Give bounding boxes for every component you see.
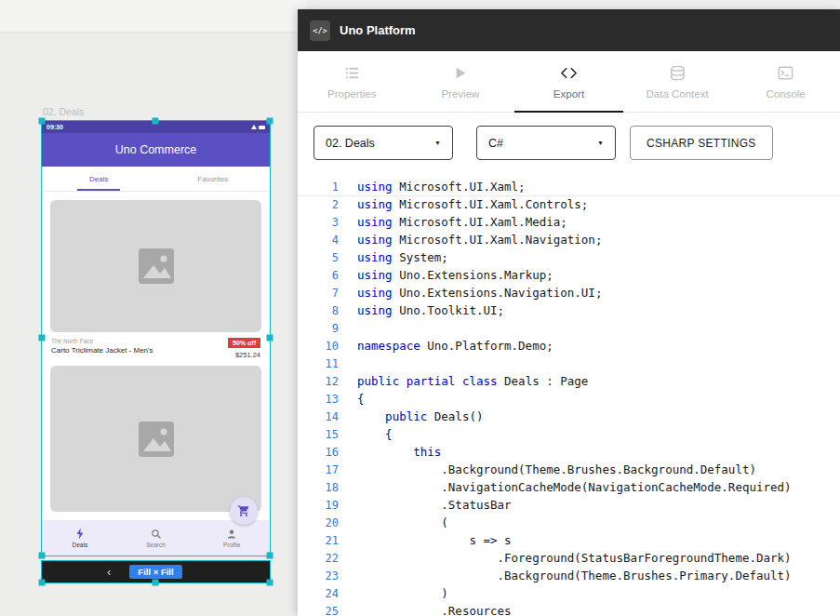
- line-number: 12: [298, 375, 357, 388]
- code-line: 16 this: [298, 443, 840, 461]
- wifi-icon: [251, 125, 257, 129]
- cart-icon: [237, 504, 250, 517]
- code-line: 22 .Foreground(StatusBarForegroundTheme.…: [298, 549, 840, 567]
- database-icon: [669, 64, 687, 82]
- page-dropdown[interactable]: 02. Deals ▼: [313, 126, 453, 160]
- selection-handle[interactable]: [39, 580, 46, 586]
- code-text: {: [357, 427, 393, 441]
- code-line: 24 ): [298, 584, 840, 602]
- line-number: 19: [298, 499, 357, 512]
- line-number: 13: [298, 393, 357, 406]
- code-line: 2using Microsoft.UI.Xaml.Controls;: [298, 195, 840, 213]
- panel-header: </> Uno Platform: [298, 9, 840, 51]
- language-dropdown[interactable]: C# ▼: [476, 126, 616, 160]
- tab-properties[interactable]: Properties: [298, 51, 407, 112]
- line-number: 1: [298, 181, 357, 194]
- code-line: 25 .Resources: [298, 602, 840, 616]
- nav-item-profile[interactable]: Profile: [193, 520, 270, 556]
- status-time: 09:30: [47, 124, 63, 130]
- code-text: using Uno.Extensions.Navigation.UI;: [357, 286, 602, 300]
- nav-item-deals[interactable]: Deals: [42, 520, 118, 556]
- nav-item-search[interactable]: Search: [118, 520, 194, 556]
- code-text: .Foreground(StatusBarForegroundTheme.Dar…: [357, 551, 792, 565]
- line-number: 22: [298, 552, 357, 565]
- product-image-placeholder-2[interactable]: [50, 366, 261, 512]
- tab-preview[interactable]: Preview: [407, 51, 515, 112]
- phone-tab-bar: Deals Favorites: [42, 167, 270, 192]
- nav-profile-label: Profile: [223, 542, 240, 548]
- line-number: 15: [298, 428, 357, 441]
- line-number: 3: [298, 216, 357, 229]
- tab-data-context[interactable]: Data Context: [623, 51, 732, 112]
- code-text: using System;: [357, 250, 448, 264]
- line-number: 17: [298, 463, 357, 476]
- tab-deals-label: Deals: [89, 175, 108, 183]
- artboard-deals[interactable]: 02. Deals 09:30 Uno Commerce Deals Favor…: [42, 121, 270, 583]
- code-line: 7using Uno.Extensions.Navigation.UI;: [298, 284, 840, 301]
- status-icons: [251, 125, 265, 129]
- cart-fab[interactable]: [230, 497, 258, 525]
- code-line: 1using Microsoft.UI.Xaml;: [298, 178, 840, 195]
- code-text: .Background(Theme.Brushes.Primary.Defaul…: [357, 569, 792, 583]
- code-line: 20 (: [298, 514, 840, 531]
- back-chevron-icon[interactable]: ‹: [107, 566, 111, 578]
- image-placeholder-icon: [135, 418, 178, 461]
- tab-data-context-label: Data Context: [647, 88, 709, 100]
- code-text: using Microsoft.UI.Xaml.Navigation;: [357, 233, 602, 247]
- selection-handle[interactable]: [39, 335, 46, 341]
- code-line: 19 .StatusBar: [298, 496, 840, 514]
- line-number: 4: [298, 234, 357, 247]
- panel-tab-bar: Properties Preview Export Data Context: [298, 51, 840, 113]
- product-pricing: 50% off $251.24: [228, 338, 260, 359]
- code-text: public Deals(): [357, 409, 483, 423]
- tab-export[interactable]: Export: [514, 51, 623, 112]
- selection-handle[interactable]: [39, 553, 46, 559]
- tab-console[interactable]: Console: [731, 51, 840, 112]
- product-brand: The North Face: [51, 338, 153, 344]
- nav-search-label: Search: [146, 542, 166, 548]
- selection-handle[interactable]: [153, 118, 159, 125]
- code-line: 8using Uno.Toolkit.UI;: [298, 301, 840, 319]
- line-number: 20: [298, 516, 357, 529]
- csharp-settings-button[interactable]: CSHARP SETTINGS: [630, 126, 773, 160]
- code-editor[interactable]: 1using Microsoft.UI.Xaml;2using Microsof…: [298, 173, 840, 616]
- fill-badge[interactable]: Fill × Fill: [129, 565, 181, 579]
- tab-deals[interactable]: Deals: [42, 167, 156, 191]
- magnifier-icon: [151, 529, 162, 540]
- code-line: 21 s => s: [298, 531, 840, 549]
- product-image-placeholder[interactable]: [50, 200, 261, 332]
- selection-handle[interactable]: [39, 118, 46, 125]
- line-number: 23: [298, 569, 357, 583]
- product-price: $251.24: [235, 351, 260, 359]
- selection-handle[interactable]: [267, 118, 273, 125]
- selection-handle[interactable]: [267, 553, 273, 559]
- selection-handle[interactable]: [153, 580, 159, 586]
- line-number: 6: [298, 269, 357, 282]
- person-icon: [226, 529, 237, 540]
- export-controls: 02. Deals ▼ C# ▼ CSHARP SETTINGS: [298, 113, 840, 173]
- code-line: 10namespace Uno.Platform.Demo;: [298, 337, 840, 355]
- code-text: this: [357, 445, 441, 459]
- code-text: {: [357, 392, 365, 406]
- selection-handle[interactable]: [267, 580, 273, 586]
- artboard-label[interactable]: 02. Deals: [43, 106, 84, 117]
- code-text: using Uno.Toolkit.UI;: [357, 303, 504, 317]
- code-line: 4using Microsoft.UI.Xaml.Navigation;: [298, 231, 840, 248]
- language-dropdown-value: C#: [488, 137, 503, 150]
- code-text: public partial class Deals : Page: [357, 374, 588, 388]
- line-number: 25: [298, 605, 357, 616]
- code-text: namespace Uno.Platform.Demo;: [357, 339, 553, 353]
- line-number: 7: [298, 287, 357, 300]
- uno-logo-icon: </>: [310, 20, 330, 41]
- chevron-down-icon: ▼: [434, 140, 441, 146]
- tab-console-label: Console: [767, 88, 806, 100]
- product-info-row: The North Face Carto Triclimate Jacket -…: [50, 332, 261, 366]
- code-text: .NavigationCacheMode(NavigationCacheMode…: [357, 480, 792, 494]
- code-line: 23 .Background(Theme.Brushes.Primary.Def…: [298, 567, 840, 584]
- code-line: 18 .NavigationCacheMode(NavigationCacheM…: [298, 478, 840, 496]
- phone-frame[interactable]: 09:30 Uno Commerce Deals Favorites: [42, 121, 270, 556]
- selection-handle[interactable]: [267, 335, 273, 341]
- line-number: 14: [298, 410, 357, 423]
- code-text: .Background(Theme.Brushes.Background.Def…: [357, 462, 756, 476]
- tab-favorites[interactable]: Favorites: [156, 167, 271, 191]
